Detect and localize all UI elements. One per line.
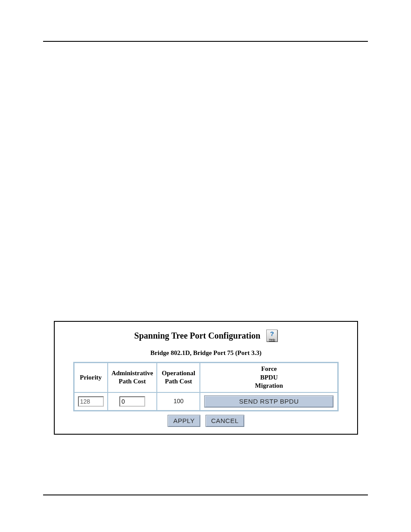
header-force-line3: Migration <box>255 382 283 389</box>
dialog-title: Spanning Tree Port Configuration <box>134 331 261 341</box>
config-table: Priority Administrative Path Cost Operat… <box>73 362 339 411</box>
cell-admin-path-cost <box>108 392 157 411</box>
header-admin-line1: Administrative <box>112 370 153 376</box>
table-data-row: 100 SEND RSTP BPDU <box>74 392 338 411</box>
header-admin-path-cost: Administrative Path Cost <box>108 363 157 392</box>
send-rstp-bpdu-button[interactable]: SEND RSTP BPDU <box>204 395 333 408</box>
header-priority: Priority <box>74 363 108 392</box>
dialog-subtitle: Bridge 802.1D, Bridge Port 75 (Port 3.3) <box>59 349 353 357</box>
cell-operational-path-cost: 100 <box>157 392 200 411</box>
help-icon[interactable] <box>266 330 277 342</box>
apply-button[interactable]: APPLY <box>168 415 200 427</box>
bottom-horizontal-rule <box>43 495 368 495</box>
admin-path-cost-input[interactable] <box>119 396 145 407</box>
operational-path-cost-value: 100 <box>174 398 184 404</box>
cell-force-bpdu: SEND RSTP BPDU <box>200 392 338 411</box>
header-force-line2: BPDU <box>260 374 278 381</box>
header-operational-path-cost: Operational Path Cost <box>157 363 200 392</box>
cell-priority <box>74 392 108 411</box>
header-force-line1: Force <box>261 365 277 372</box>
header-oper-line2: Path Cost <box>165 378 192 385</box>
dialog-title-row: Spanning Tree Port Configuration <box>59 330 353 342</box>
cancel-button[interactable]: CANCEL <box>206 415 244 427</box>
header-oper-line1: Operational <box>162 370 196 376</box>
table-header-row: Priority Administrative Path Cost Operat… <box>74 363 338 392</box>
priority-input[interactable] <box>78 396 104 407</box>
header-admin-line2: Path Cost <box>119 378 146 385</box>
header-force-bpdu-migration: Force BPDU Migration <box>200 363 338 392</box>
page: Spanning Tree Port Configuration Bridge … <box>0 0 411 532</box>
top-horizontal-rule <box>43 41 368 42</box>
dialog-button-row: APPLY CANCEL <box>59 415 353 427</box>
spanning-tree-config-dialog: Spanning Tree Port Configuration Bridge … <box>54 321 358 435</box>
